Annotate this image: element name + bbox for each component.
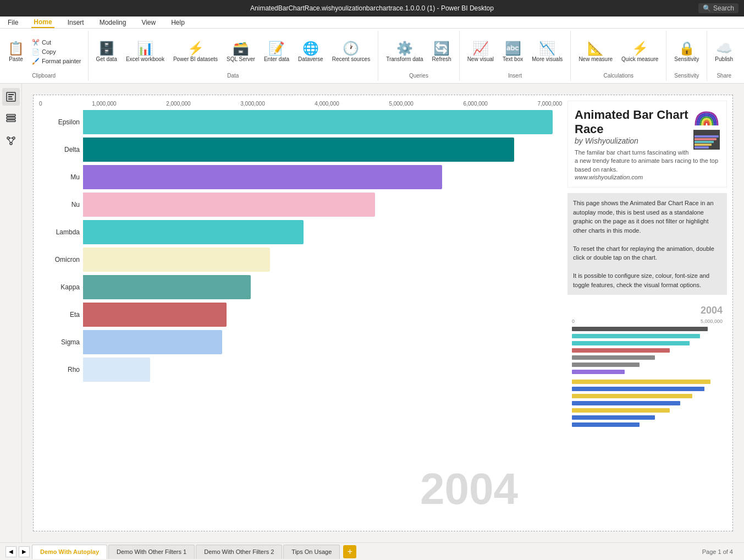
new-visual-button[interactable]: 📈 New visual [464, 41, 497, 63]
menu-help[interactable]: Help [169, 18, 187, 28]
quick-measure-button[interactable]: ⚡ Quick measure [618, 41, 662, 63]
info-header: Animated Bar Chart Race by Wishyoulizati… [567, 101, 727, 188]
ribbon-share: ☁️ Publish Share [707, 31, 741, 81]
bar-label: Sigma [39, 338, 83, 346]
new-measure-button[interactable]: 📐 New measure [575, 41, 616, 63]
page-info: Page 1 of 4 [702, 548, 733, 555]
report-canvas[interactable]: 0 1,000,000 2,000,000 3,000,000 4,000,00… [33, 95, 733, 531]
get-data-button[interactable]: 🗄️ Get data [93, 41, 120, 63]
mini-bar-row [572, 408, 723, 413]
menu-view[interactable]: View [139, 18, 158, 28]
svg-rect-1 [8, 94, 14, 95]
dataverse-button[interactable]: 🌐 Dataverse [295, 41, 327, 63]
text-box-button[interactable]: 🔤 Text box [499, 41, 526, 63]
bar-row: Mu 5.28M [39, 165, 562, 189]
tab-prev-button[interactable]: ◀ [5, 546, 16, 557]
menu-file[interactable]: File [5, 18, 20, 28]
copy-button[interactable]: 📄 Copy [30, 48, 84, 56]
enter-data-button[interactable]: 📝 Enter data [261, 41, 293, 63]
data-label: Data [227, 70, 239, 79]
mini-bar-row [572, 355, 723, 360]
bar-track: 2.76M [83, 248, 562, 272]
refresh-button[interactable]: 🔄 Refresh [429, 41, 455, 63]
bar-row: Sigma 2.08M [39, 330, 562, 354]
svg-line-12 [12, 139, 14, 142]
bar-label: Omicron [39, 256, 83, 263]
rainbow-icon [693, 108, 720, 128]
bar-row: Epsilon 6.89M [39, 110, 562, 134]
svg-point-9 [10, 142, 12, 145]
search-bar[interactable]: 🔍 Search [698, 3, 739, 13]
sidebar-data-icon[interactable] [2, 110, 20, 128]
tab-demo-autoplay[interactable]: Demo With Autoplay [32, 545, 107, 559]
mini-chart: 2004 05,000,000 [567, 300, 727, 525]
paste-button[interactable]: 📋 Paste [4, 41, 27, 63]
publish-button[interactable]: ☁️ Publish [712, 41, 736, 63]
mini-bar-row [572, 326, 723, 332]
bar-track: 3.23M [83, 220, 562, 244]
svg-rect-4 [7, 114, 15, 116]
paste-icon: 📋 [8, 42, 24, 55]
svg-rect-3 [8, 98, 13, 100]
bar-label: Delta [39, 146, 83, 153]
sensitivity-button[interactable]: 🔒 Sensitivity [671, 41, 702, 63]
mini-bar [572, 387, 704, 391]
bar-fill [83, 110, 553, 134]
mini-bar [572, 394, 692, 398]
bar-track: 998,750 [83, 358, 562, 382]
bar-fill [83, 358, 150, 382]
mini-bar [572, 422, 640, 427]
bar-label: Nu [39, 201, 83, 208]
bar-label: Mu [39, 173, 83, 181]
header-images [693, 108, 720, 150]
mini-bar [572, 380, 710, 384]
more-visuals-button[interactable]: 📉 More visuals [528, 41, 566, 63]
svg-rect-6 [7, 120, 15, 122]
power-bi-datasets-button[interactable]: ⚡ Power BI datasets [170, 41, 221, 63]
mini-bar-row [572, 333, 723, 339]
tab-demo-filters-2[interactable]: Demo With Other Filters 2 [196, 545, 282, 559]
bar-chart: 0 1,000,000 2,000,000 3,000,000 4,000,00… [39, 101, 562, 525]
bar-fill [83, 275, 251, 299]
format-painter-button[interactable]: 🖌️ Format painter [30, 57, 84, 65]
bar-fill [83, 138, 514, 162]
main-layout: 0 1,000,000 2,000,000 3,000,000 4,000,00… [0, 84, 744, 542]
mini-bar-row [572, 362, 723, 367]
recent-sources-button[interactable]: 🕐 Recent sources [329, 41, 373, 63]
share-label: Share [717, 70, 731, 79]
bar-row: Omicron 2.76M [39, 248, 562, 272]
tab-next-button[interactable]: ▶ [19, 546, 30, 557]
bar-row: Kappa 2.49M [39, 275, 562, 299]
chart-url: www.wishyoulization.com [575, 174, 720, 180]
svg-point-7 [7, 137, 9, 139]
svg-point-8 [13, 137, 15, 139]
sidebar-model-icon[interactable] [2, 132, 20, 150]
svg-rect-5 [7, 117, 15, 119]
tab-tips-on-usage[interactable]: Tips On Usage [283, 545, 340, 559]
ribbon: 📋 Paste ✂️ Cut 📄 Copy 🖌️ Format painter [0, 29, 744, 84]
add-tab-button[interactable]: + [343, 545, 356, 558]
thumbnail-chart [693, 130, 720, 150]
sidebar-report-icon[interactable] [2, 88, 20, 106]
mini-bar [572, 415, 655, 420]
transform-data-button[interactable]: ⚙️ Transform data [383, 41, 426, 63]
sql-server-button[interactable]: 🗃️ SQL Server [223, 41, 258, 63]
format-painter-icon: 🖌️ [32, 58, 40, 65]
cut-button[interactable]: ✂️ Cut [30, 39, 84, 47]
mini-bar [572, 341, 690, 345]
tab-demo-filters-1[interactable]: Demo With Other Filters 1 [108, 545, 195, 559]
svg-line-11 [8, 139, 10, 142]
svg-rect-2 [8, 96, 12, 97]
bar-fill [83, 248, 270, 272]
menu-home[interactable]: Home [31, 17, 54, 28]
excel-workbook-button[interactable]: 📊 Excel workbook [123, 41, 168, 63]
x-axis: 0 1,000,000 2,000,000 3,000,000 4,000,00… [39, 101, 562, 107]
bars-wrapper: Epsilon 6.89M Delta 6.33M Mu 5.28M Nu 4.… [39, 110, 562, 382]
menu-modeling[interactable]: Modeling [97, 18, 129, 28]
mini-bar-row [572, 393, 723, 399]
menu-insert[interactable]: Insert [65, 18, 86, 28]
sensitivity-label: Sensitivity [674, 70, 699, 79]
mini-chart-year: 2004 [572, 305, 723, 316]
title-bar: AnimatedBarChartRace.wishyoulizationbarc… [0, 0, 744, 17]
ribbon-calculations: 📐 New measure ⚡ Quick measure Calculatio… [571, 31, 666, 81]
